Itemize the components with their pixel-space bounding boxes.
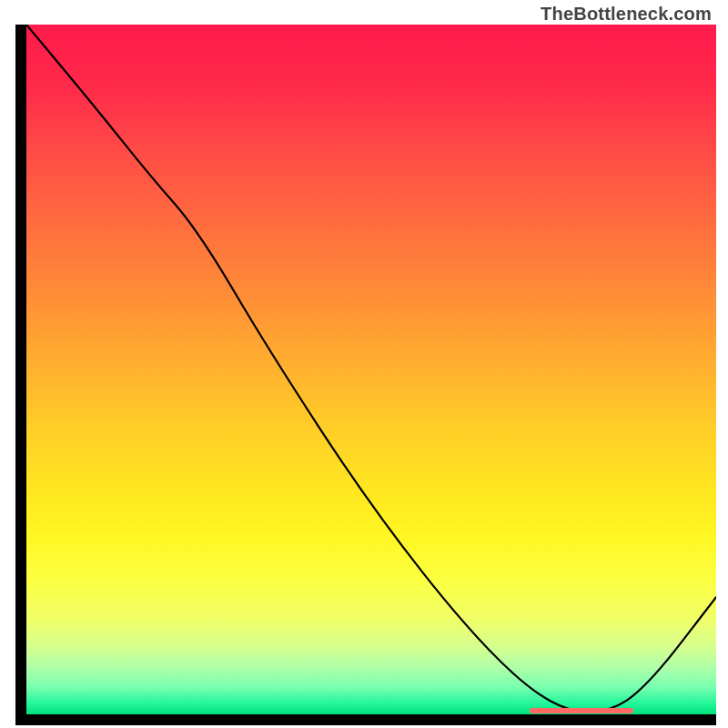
watermark-text: TheBottleneck.com: [541, 4, 712, 25]
plot-area: [26, 25, 716, 714]
bottleneck-curve-path: [26, 25, 716, 712]
bottleneck-curve: [26, 25, 716, 714]
optimal-range-marker: [530, 708, 633, 713]
plot-frame: [15, 25, 716, 725]
